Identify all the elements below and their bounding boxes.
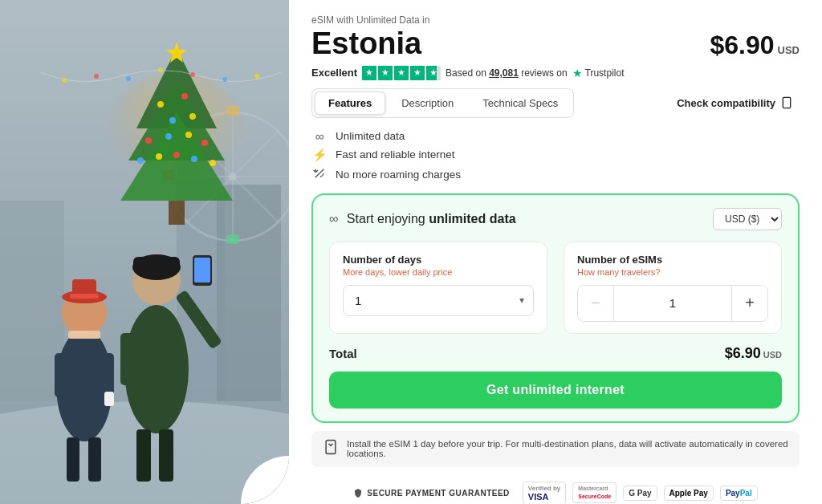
tab-features[interactable]: Features bbox=[315, 91, 385, 115]
secure-payment-badge: SECURE PAYMENT GUARANTEED bbox=[353, 487, 510, 498]
decrement-esims-button[interactable]: − bbox=[578, 286, 613, 321]
svg-rect-18 bbox=[169, 201, 185, 225]
svg-rect-2 bbox=[217, 185, 281, 401]
tab-group: Features Description Technical Specs bbox=[311, 88, 574, 118]
svg-point-35 bbox=[126, 76, 131, 81]
paypal-logo: PayPal bbox=[720, 486, 758, 501]
gpay-logo: G Pay bbox=[623, 486, 657, 501]
svg-point-34 bbox=[94, 74, 99, 79]
svg-point-20 bbox=[181, 93, 188, 100]
star-2: ★ bbox=[378, 66, 393, 80]
total-row: Total $6.90 USD bbox=[329, 345, 782, 362]
hero-image-panel bbox=[0, 0, 289, 504]
svg-rect-55 bbox=[133, 257, 180, 271]
inf-icon: ∞ bbox=[329, 212, 338, 226]
country-title: Estonia bbox=[311, 27, 421, 61]
svg-point-22 bbox=[189, 113, 196, 120]
svg-point-39 bbox=[254, 74, 259, 79]
svg-point-52 bbox=[124, 305, 189, 433]
pricing-card-header: ∞ Start enjoying unlimited data USD ($) … bbox=[329, 208, 782, 230]
days-select[interactable]: 1 3 5 7 14 30 bbox=[343, 285, 534, 316]
star-4: ★ bbox=[410, 66, 425, 80]
star-1: ★ bbox=[362, 66, 376, 80]
svg-point-38 bbox=[222, 77, 227, 82]
svg-point-30 bbox=[191, 156, 197, 162]
star-rating: ★ ★ ★ ★ ★ bbox=[362, 66, 441, 80]
tab-description[interactable]: Description bbox=[389, 91, 466, 115]
controls-row: Number of days More days, lower daily pr… bbox=[329, 242, 782, 334]
svg-point-37 bbox=[190, 72, 195, 77]
svg-point-23 bbox=[145, 137, 152, 144]
esims-label: Number of eSIMs bbox=[577, 254, 768, 266]
svg-point-19 bbox=[157, 101, 164, 108]
features-list: ∞ Unlimited data ⚡ Fast and reliable int… bbox=[311, 129, 800, 182]
rating-row: Excellent ★ ★ ★ ★ ★ Based on 49,081 revi… bbox=[311, 66, 800, 80]
total-currency: USD bbox=[763, 350, 782, 360]
mastercard-logo: Mastercard SecureCode bbox=[572, 482, 616, 503]
days-select-wrapper: 1 3 5 7 14 30 bbox=[343, 285, 534, 316]
svg-point-33 bbox=[62, 78, 67, 83]
info-banner: Install the eSIM 1 day before your trip.… bbox=[311, 431, 800, 467]
visa-logo: Verified by VISA bbox=[523, 482, 566, 504]
infinity-icon: ∞ bbox=[311, 129, 328, 143]
unlimited-title: ∞ Start enjoying unlimited data bbox=[329, 212, 516, 226]
esim-counter: − 1 + bbox=[577, 285, 768, 322]
payment-footer: SECURE PAYMENT GUARANTEED Verified by VI… bbox=[311, 475, 800, 504]
price-main: $6.90 bbox=[710, 30, 774, 60]
svg-point-27 bbox=[137, 157, 144, 164]
svg-rect-51 bbox=[88, 437, 101, 482]
star-3: ★ bbox=[394, 66, 409, 80]
svg-point-25 bbox=[185, 132, 192, 138]
svg-rect-64 bbox=[326, 440, 336, 453]
svg-rect-59 bbox=[120, 333, 133, 385]
svg-point-36 bbox=[158, 67, 163, 72]
svg-rect-58 bbox=[194, 258, 210, 282]
svg-point-24 bbox=[165, 133, 172, 140]
feature-unlimited-data: ∞ Unlimited data bbox=[311, 129, 800, 143]
trustpilot-logo: ★ Trustpilot bbox=[572, 67, 625, 79]
svg-point-21 bbox=[169, 117, 176, 124]
tab-technical-specs[interactable]: Technical Specs bbox=[470, 91, 571, 115]
svg-rect-49 bbox=[104, 392, 114, 406]
svg-rect-61 bbox=[159, 429, 173, 482]
feature-fast-internet: ⚡ Fast and reliable internet bbox=[311, 148, 800, 162]
svg-point-26 bbox=[201, 140, 208, 146]
lightning-icon: ⚡ bbox=[311, 148, 328, 162]
esim-label: eSIM with Unlimited Data in bbox=[311, 14, 800, 26]
reviews-link[interactable]: 49,081 bbox=[489, 67, 519, 79]
payment-logos: Verified by VISA Mastercard SecureCode G… bbox=[523, 482, 758, 504]
total-label: Total bbox=[329, 347, 357, 360]
get-unlimited-internet-button[interactable]: Get unlimited internet bbox=[329, 372, 782, 408]
price-currency: USD bbox=[778, 44, 800, 56]
price-block: $6.90 USD bbox=[710, 30, 800, 60]
days-control-group: Number of days More days, lower daily pr… bbox=[329, 242, 547, 334]
svg-rect-46 bbox=[68, 331, 100, 339]
svg-rect-47 bbox=[55, 353, 66, 397]
info-banner-text: Install the eSIM 1 day before your trip.… bbox=[347, 439, 788, 458]
svg-rect-13 bbox=[226, 234, 239, 244]
svg-rect-60 bbox=[136, 429, 151, 482]
check-compatibility-button[interactable]: Check compatibility bbox=[670, 91, 800, 114]
check-compat-icon bbox=[780, 96, 793, 109]
star-5: ★ bbox=[426, 66, 441, 80]
svg-point-31 bbox=[210, 160, 216, 166]
title-row: Estonia $6.90 USD bbox=[311, 27, 800, 61]
svg-rect-50 bbox=[67, 437, 79, 482]
no-roaming-icon bbox=[311, 167, 328, 182]
svg-point-29 bbox=[173, 152, 180, 158]
tabs-row: Features Description Technical Specs Che… bbox=[311, 88, 800, 118]
svg-rect-48 bbox=[103, 353, 114, 397]
increment-esims-button[interactable]: + bbox=[732, 286, 767, 321]
svg-rect-62 bbox=[783, 98, 790, 108]
currency-dropdown[interactable]: USD ($) EUR (€) GBP (£) bbox=[713, 208, 782, 230]
reviews-text: Based on 49,081 reviews on bbox=[446, 67, 567, 79]
pricing-card: ∞ Start enjoying unlimited data USD ($) … bbox=[311, 193, 800, 423]
days-sublabel: More days, lower daily price bbox=[343, 267, 534, 277]
esims-value: 1 bbox=[613, 286, 732, 321]
content-panel: eSIM with Unlimited Data in Estonia $6.9… bbox=[289, 0, 822, 504]
feature-no-roaming: No more roaming charges bbox=[311, 167, 800, 182]
svg-rect-45 bbox=[70, 294, 99, 299]
esims-sublabel: How many travelers? bbox=[577, 267, 768, 277]
applepay-logo: Apple Pay bbox=[664, 486, 714, 501]
total-price: $6.90 USD bbox=[725, 345, 782, 362]
